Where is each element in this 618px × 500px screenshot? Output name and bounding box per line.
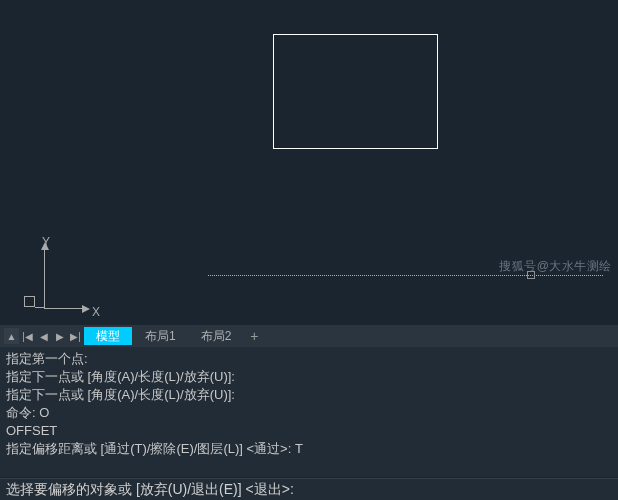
axis-y-arrow-icon bbox=[44, 248, 45, 308]
watermark-text: 搜狐号@大水牛测绘 bbox=[499, 258, 612, 275]
axis-x-label: X bbox=[92, 305, 100, 319]
command-history-line: 指定下一点或 [角度(A)/长度(L)/放弃(U)]: bbox=[6, 368, 612, 386]
tab-menu-button[interactable]: ▲ bbox=[4, 328, 19, 344]
command-history-line: 指定下一点或 [角度(A)/长度(L)/放弃(U)]: bbox=[6, 386, 612, 404]
tab-next-button[interactable]: ▶ bbox=[52, 328, 67, 344]
tab-last-button[interactable]: ▶| bbox=[68, 328, 83, 344]
tab-model[interactable]: 模型 bbox=[84, 327, 132, 345]
ucs-origin-icon[interactable] bbox=[24, 296, 35, 307]
command-history-line: OFFSET bbox=[6, 422, 612, 440]
tab-layout2[interactable]: 布局2 bbox=[189, 327, 244, 345]
command-history-line: 命令: O bbox=[6, 404, 612, 422]
ucs-origin-connector bbox=[35, 307, 45, 308]
axis-x-arrow-icon bbox=[44, 308, 84, 309]
drawing-canvas[interactable]: Y X 搜狐号@大水牛测绘 bbox=[0, 0, 618, 325]
command-prompt-text: 选择要偏移的对象或 [放弃(U)/退出(E)] <退出>: bbox=[6, 481, 294, 499]
command-input-bar[interactable]: 选择要偏移的对象或 [放弃(U)/退出(E)] <退出>: bbox=[0, 478, 618, 500]
command-history-panel[interactable]: 指定第一个点: 指定下一点或 [角度(A)/长度(L)/放弃(U)]: 指定下一… bbox=[0, 347, 618, 477]
tab-first-button[interactable]: |◀ bbox=[20, 328, 35, 344]
layout-tab-bar: ▲ |◀ ◀ ▶ ▶| 模型 布局1 布局2 + bbox=[0, 325, 618, 347]
offset-reference-line[interactable] bbox=[208, 275, 603, 276]
command-history-line: 指定第一个点: bbox=[6, 350, 612, 368]
tab-layout1[interactable]: 布局1 bbox=[133, 327, 188, 345]
drawn-rectangle[interactable] bbox=[273, 34, 438, 149]
command-history-line: 指定偏移距离或 [通过(T)/擦除(E)/图层(L)] <通过>: T bbox=[6, 440, 612, 458]
tab-prev-button[interactable]: ◀ bbox=[36, 328, 51, 344]
tab-add-button[interactable]: + bbox=[244, 327, 264, 345]
